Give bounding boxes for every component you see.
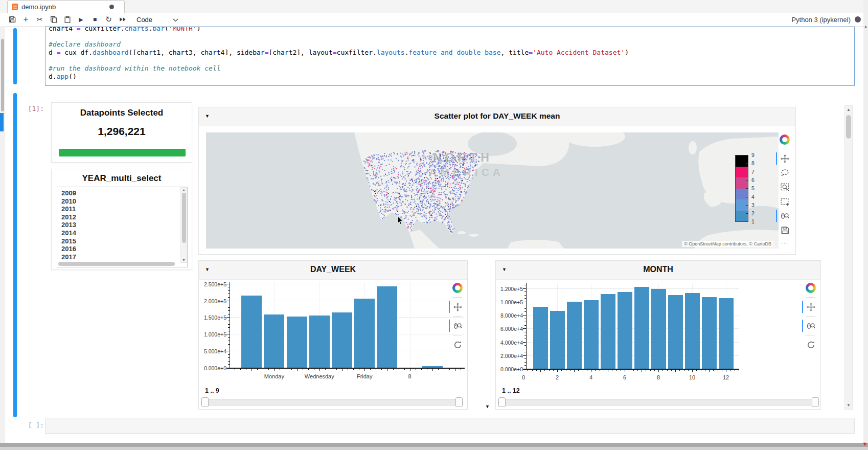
- bar: [719, 298, 734, 369]
- year-vscroll-thumb[interactable]: [182, 193, 186, 243]
- pan-icon[interactable]: [780, 153, 790, 164]
- bar: [354, 299, 375, 368]
- restart-run-all-button[interactable]: [116, 13, 129, 26]
- bottom-band: [0, 443, 868, 447]
- year-option[interactable]: 2011: [57, 205, 187, 213]
- legend-color-segment: [736, 155, 748, 167]
- add-cell-button[interactable]: +: [19, 13, 33, 26]
- scroll-down-icon[interactable]: ▼: [181, 258, 187, 262]
- box-zoom-icon[interactable]: [780, 182, 790, 192]
- day-week-chart[interactable]: 0.000e+05.000e+41.000e+51.500e+52.000e+5…: [199, 261, 468, 410]
- bokeh-logo-icon[interactable]: [452, 283, 463, 293]
- chevron-down-icon: [173, 16, 178, 24]
- wheel-zoom-icon[interactable]: [452, 321, 463, 331]
- empty-code-cell[interactable]: [45, 418, 855, 434]
- bar: [634, 287, 649, 369]
- year-option[interactable]: 2013: [57, 221, 187, 229]
- bar: [584, 300, 599, 369]
- month-panel: ▼ MONTH 0.000e+02.000e+44.000e+46.000e+4…: [495, 260, 821, 410]
- left-scrollbar-thumb[interactable]: [1, 39, 4, 111]
- output-prompt: [1]:: [24, 105, 44, 112]
- month-chart[interactable]: 0.000e+02.000e+44.000e+46.000e+48.000e+4…: [496, 261, 821, 410]
- box-select-icon[interactable]: [780, 196, 790, 207]
- legend-color-segment: [736, 211, 748, 222]
- bar: [702, 297, 717, 369]
- year-options: 200920102011201220132014201520162017: [57, 187, 187, 261]
- scroll-up-icon[interactable]: ▲: [863, 25, 868, 28]
- day-week-range-slider[interactable]: [201, 399, 463, 406]
- day-week-toolbar: [452, 283, 463, 350]
- scroll-down-icon[interactable]: ▼: [862, 441, 868, 447]
- paste-cells-button[interactable]: [60, 13, 74, 26]
- pan-icon[interactable]: [452, 302, 463, 312]
- year-vscrollbar[interactable]: ▲ ▼: [180, 187, 187, 263]
- scroll-up-icon[interactable]: ▲: [845, 107, 852, 112]
- year-listbox[interactable]: 200920102011201220132014201520162017 ▲ ▼: [57, 187, 188, 267]
- year-option[interactable]: 2015: [57, 237, 187, 245]
- kernel-indicator[interactable]: Python 3 (ipykernel): [791, 13, 861, 26]
- save-button[interactable]: [5, 13, 19, 26]
- reset-icon[interactable]: [806, 340, 816, 350]
- year-option[interactable]: 2017: [57, 253, 187, 261]
- notebook-toolbar: + ✂ ▶ ■ ↻ Code Python 3 (ipykernel): [0, 13, 868, 27]
- lasso-select-icon[interactable]: [780, 168, 790, 178]
- month-range-label: 1 .. 12: [502, 387, 520, 394]
- dashboard-scroll-thumb[interactable]: [846, 115, 851, 139]
- year-option[interactable]: 2010: [57, 197, 187, 206]
- year-option[interactable]: 2014: [57, 229, 187, 237]
- panel-resize-caret-icon[interactable]: ▼: [485, 404, 490, 409]
- wheel-zoom-icon[interactable]: [780, 211, 790, 221]
- copy-cells-button[interactable]: [47, 13, 60, 26]
- month-toolbar: [806, 283, 816, 350]
- more-tools-icon[interactable]: ···: [781, 239, 789, 246]
- bar: [601, 294, 615, 369]
- month-range-slider[interactable]: [498, 399, 819, 406]
- bar: [377, 286, 397, 368]
- day-week-range-label: 1 .. 9: [205, 387, 219, 394]
- cell-collapser-output[interactable]: [13, 93, 17, 417]
- slider-handle-left[interactable]: [201, 397, 209, 407]
- cell-type-value: Code: [136, 16, 152, 24]
- map-panel-title: Scatter plot for DAY_WEEK mean: [199, 111, 795, 121]
- legend-color-segment: [736, 177, 748, 189]
- datapoints-title: Datapoints Selected: [52, 108, 192, 118]
- year-option[interactable]: 2016: [57, 245, 187, 253]
- bokeh-logo-icon[interactable]: [806, 283, 816, 293]
- code-cell-input[interactable]: chart4 = cuxfilter.charts.bar('MONTH') #…: [45, 27, 855, 86]
- slider-handle-right[interactable]: [812, 397, 819, 407]
- datapoints-card: Datapoints Selected 1,296,221: [51, 102, 192, 163]
- jupyterlab-window: demo.ipynb + ✂ ▶ ■ ↻ Code Python 3 (ipyk…: [0, 0, 868, 450]
- slider-handle-left[interactable]: [498, 397, 506, 407]
- map-panel: ▼ Scatter plot for DAY_WEEK mean NORTH A…: [198, 107, 796, 255]
- scroll-down-icon[interactable]: ▼: [845, 403, 852, 408]
- pan-icon[interactable]: [806, 302, 816, 312]
- save-plot-icon[interactable]: [780, 225, 790, 235]
- empty-input-prompt: [ ]:: [21, 421, 44, 429]
- run-button[interactable]: ▶: [74, 13, 88, 26]
- year-select-card: YEAR_multi_select 2009201020112012201320…: [51, 169, 192, 270]
- mouse-cursor: [397, 216, 404, 228]
- bar: [533, 307, 548, 369]
- scroll-up-icon[interactable]: ▲: [181, 188, 187, 192]
- kernel-name: Python 3 (ipykernel): [791, 16, 851, 24]
- bottom-band-light: [0, 447, 868, 450]
- slider-handle-right[interactable]: [455, 397, 463, 407]
- scatter-map[interactable]: NORTH AMERICA 987654321 © OpenStreetMap …: [206, 132, 779, 249]
- bokeh-logo-icon[interactable]: [780, 134, 790, 145]
- dashboard-scrollbar[interactable]: ▲ ▼: [844, 105, 853, 410]
- bar: [651, 289, 666, 369]
- cell-type-dropdown[interactable]: Code: [136, 16, 178, 24]
- cell-collapser-input[interactable]: [13, 28, 17, 84]
- stop-button[interactable]: ■: [88, 13, 102, 26]
- main-scrollbar[interactable]: [863, 0, 868, 443]
- wheel-zoom-icon[interactable]: [806, 321, 816, 331]
- kernel-busy-icon: [855, 16, 861, 22]
- year-option[interactable]: 2009: [57, 189, 187, 197]
- year-hscroll-thumb[interactable]: [58, 262, 175, 266]
- code-editor[interactable]: chart4 = cuxfilter.charts.bar('MONTH') #…: [49, 27, 629, 80]
- year-option[interactable]: 2012: [57, 213, 187, 221]
- restart-kernel-button[interactable]: ↻: [102, 13, 116, 26]
- reset-icon[interactable]: [452, 340, 463, 350]
- tab-demo-ipynb[interactable]: demo.ipynb: [7, 1, 125, 13]
- cut-cells-button[interactable]: ✂: [33, 13, 47, 26]
